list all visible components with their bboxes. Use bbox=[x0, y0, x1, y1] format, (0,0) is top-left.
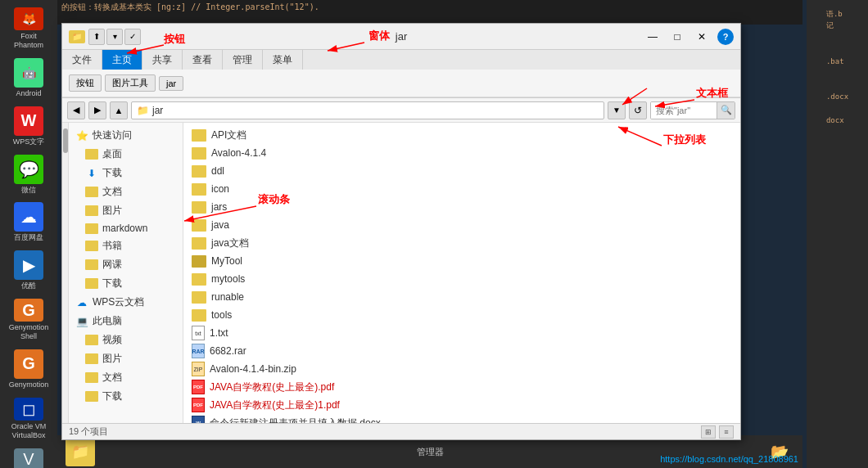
quick-btn-3[interactable]: ✓ bbox=[124, 29, 141, 45]
left-taskbar: 🦊 Foxit Phantom 🤖 Android W WPS文字 💬 微信 ☁… bbox=[0, 0, 57, 468]
nav-item-download2[interactable]: 下载 bbox=[69, 274, 183, 293]
minimize-button[interactable]: — bbox=[640, 29, 665, 45]
back-button[interactable]: ◀ bbox=[67, 101, 85, 119]
ribbon-button-btn[interactable]: 按钮 bbox=[69, 74, 102, 92]
list-item[interactable]: java bbox=[187, 216, 737, 234]
nav-item-pictures[interactable]: 图片 bbox=[69, 201, 183, 220]
list-item[interactable]: txt 1.txt bbox=[187, 324, 737, 342]
foxit-label: Foxit Phantom bbox=[7, 32, 50, 50]
taskbar-folder-icon[interactable]: 📁 bbox=[66, 437, 95, 466]
list-item[interactable]: jars bbox=[187, 198, 737, 216]
nav-netcourse-label: 网课 bbox=[102, 258, 122, 272]
nav-item-desktop[interactable]: 桌面 bbox=[69, 145, 183, 164]
scrollbar-thumb[interactable] bbox=[63, 128, 68, 153]
tab-share[interactable]: 共享 bbox=[142, 50, 183, 70]
genymotion-label: Genymotion bbox=[9, 380, 49, 389]
list-item[interactable]: PDF JAVA自学教程(史上最全).pdf bbox=[187, 378, 737, 396]
address-dropdown-button[interactable]: ▼ bbox=[608, 101, 626, 119]
list-item[interactable]: ddl bbox=[187, 162, 737, 180]
file-name: mytools bbox=[211, 273, 245, 285]
list-item[interactable]: ZIP Avalon-4.1.4-bin.zip bbox=[187, 360, 737, 378]
nav-pictures-label: 图片 bbox=[102, 204, 122, 218]
taskbar-icon-baidu[interactable]: ☁ 百度网盘 bbox=[4, 199, 53, 245]
taskbar-icon-wps[interactable]: W WPS文字 bbox=[4, 103, 53, 150]
genymotion-shell-label: Genymotion Shell bbox=[7, 323, 50, 341]
list-item[interactable]: MyTool bbox=[187, 252, 737, 270]
list-view-button[interactable]: ≡ bbox=[719, 425, 734, 439]
file-name: JAVA自学教程(史上最全)1.pdf bbox=[210, 398, 340, 412]
nav-item-docs[interactable]: 文档 bbox=[69, 182, 183, 201]
nav-item-this-pc[interactable]: 💻 此电脑 bbox=[69, 312, 183, 331]
nav-item-books[interactable]: 书籍 bbox=[69, 236, 183, 255]
tab-home[interactable]: 主页 bbox=[102, 50, 142, 70]
tab-menu[interactable]: 菜单 bbox=[263, 50, 303, 70]
tab-view[interactable]: 查看 bbox=[183, 50, 223, 70]
genymotion-shell-icon: G bbox=[14, 299, 43, 322]
nav-item-wps-cloud[interactable]: ☁ WPS云文档 bbox=[69, 293, 183, 312]
nav-item-docs2[interactable]: 文档 bbox=[69, 368, 183, 387]
pictures2-nav-icon bbox=[85, 353, 98, 364]
taskbar-icon-wechat[interactable]: 💬 微信 bbox=[4, 151, 53, 198]
search-button[interactable]: 🔍 bbox=[717, 101, 735, 119]
maximize-button[interactable]: □ bbox=[665, 29, 689, 45]
list-item[interactable]: runable bbox=[187, 288, 737, 306]
ribbon-button-jar[interactable]: jar bbox=[159, 76, 183, 91]
nav-docs-label: 文档 bbox=[102, 185, 122, 199]
taskbar-icon-android[interactable]: 🤖 Android bbox=[4, 55, 53, 101]
list-item[interactable]: API文档 bbox=[187, 126, 737, 144]
nav-item-netcourse[interactable]: 网课 bbox=[69, 255, 183, 274]
help-button[interactable]: ? bbox=[717, 29, 734, 45]
file-name: runable bbox=[211, 291, 244, 303]
desktop-nav-icon bbox=[85, 149, 98, 160]
file-name: 命令行新建注册表项并且填入数据.docx bbox=[210, 416, 381, 424]
ribbon-tabs: 文件 主页 共享 查看 管理 菜单 bbox=[62, 50, 740, 70]
tab-manage[interactable]: 管理 bbox=[223, 50, 263, 70]
folder-icon bbox=[192, 255, 206, 268]
list-item[interactable]: Avalon-4.1.4 bbox=[187, 144, 737, 162]
grid-view-button[interactable]: ⊞ bbox=[701, 425, 716, 439]
nav-item-download3[interactable]: 下载 bbox=[69, 387, 183, 406]
taskbar-icon-vmware[interactable]: V VMware Workstati... bbox=[4, 445, 53, 468]
search-input[interactable] bbox=[651, 102, 717, 119]
tab-file[interactable]: 文件 bbox=[62, 50, 102, 70]
file-name: ddl bbox=[211, 165, 224, 177]
nav-item-quick-access[interactable]: ⭐ 快速访问 bbox=[69, 126, 183, 145]
code-top-text: 的按钮：转换成基本类实 [ng:z] // Integer.parseInt("… bbox=[57, 0, 802, 15]
nav-item-download[interactable]: ⬇ 下载 bbox=[69, 164, 183, 182]
taskbar-icon-youku[interactable]: ▶ 优酷 bbox=[4, 247, 53, 294]
file-name: API文档 bbox=[211, 128, 246, 142]
folder-icon bbox=[192, 183, 206, 196]
nav-item-markdown[interactable]: markdown bbox=[69, 220, 183, 236]
forward-button[interactable]: ▶ bbox=[88, 101, 106, 119]
list-item[interactable]: RAR 6682.rar bbox=[187, 342, 737, 360]
computer-icon: 💻 bbox=[75, 315, 88, 328]
list-item[interactable]: W 命令行新建注册表项并且填入数据.docx bbox=[187, 414, 737, 423]
list-item[interactable]: PDF JAVA自学教程(史上最全)1.pdf bbox=[187, 396, 737, 414]
nav-item-pictures2[interactable]: 图片 bbox=[69, 349, 183, 368]
virtualbox-icon: ◻ bbox=[14, 398, 43, 421]
netcourse-nav-icon bbox=[85, 259, 98, 270]
taskbar-icon-genymotion[interactable]: G Genymotion bbox=[4, 346, 53, 393]
taskbar-icon-virtualbox[interactable]: ◻ Oracle VM VirtualBox bbox=[4, 394, 53, 443]
list-item[interactable]: tools bbox=[187, 306, 737, 324]
address-path[interactable]: 📁 jar bbox=[131, 101, 604, 119]
ribbon-button-image-tools[interactable]: 图片工具 bbox=[105, 74, 156, 92]
list-item[interactable]: mytools bbox=[187, 270, 737, 288]
rar-icon: RAR bbox=[192, 344, 205, 358]
quick-btn-2[interactable]: ▾ bbox=[106, 29, 123, 45]
list-item[interactable]: icon bbox=[187, 180, 737, 198]
txt-icon: txt bbox=[192, 326, 205, 340]
close-button[interactable]: ✕ bbox=[689, 29, 714, 45]
taskbar-icon-foxit[interactable]: 🦊 Foxit Phantom bbox=[4, 4, 53, 53]
folder-icon bbox=[192, 147, 206, 160]
taskbar-icon-genymotion-shell[interactable]: G Genymotion Shell bbox=[4, 295, 53, 344]
up-button[interactable]: ▲ bbox=[110, 101, 128, 119]
desktop: 的按钮：转换成基本类实 [ng:z] // Integer.parseInt("… bbox=[0, 0, 868, 468]
list-item[interactable]: java文档 bbox=[187, 234, 737, 252]
nav-section-quick: ⭐ 快速访问 桌面 ⬇ 下载 文档 bbox=[69, 123, 183, 409]
folder-icon bbox=[192, 165, 206, 178]
nav-quick-access-label: 快速访问 bbox=[93, 128, 132, 142]
refresh-button[interactable]: ↺ bbox=[629, 101, 647, 119]
nav-item-videos[interactable]: 视频 bbox=[69, 331, 183, 349]
quick-btn-1[interactable]: ⬆ bbox=[88, 29, 105, 45]
